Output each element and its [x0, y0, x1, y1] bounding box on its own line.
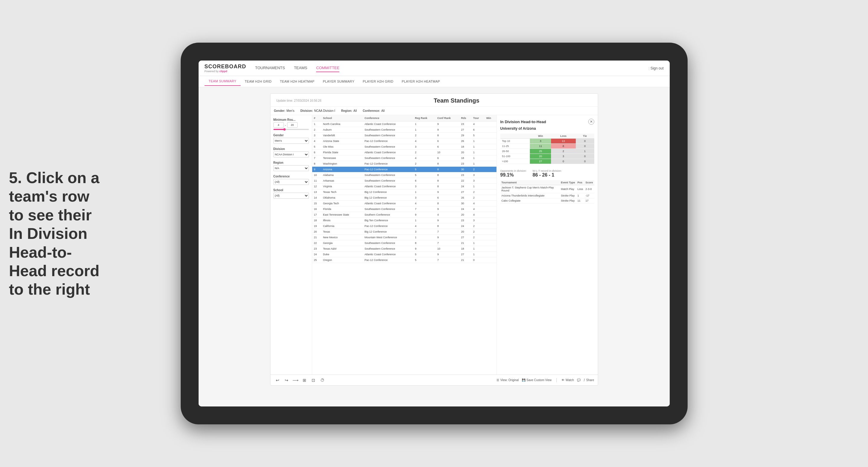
cell-rank: 11 [312, 178, 321, 184]
cell-conf-rank: 10 [435, 246, 459, 252]
table-row[interactable]: 14 Oklahoma Big 12 Conference 3 6 26 2 [312, 195, 496, 201]
cell-reg-rank: 5 [413, 252, 436, 257]
table-row[interactable]: 5 Ole Miss Southeastern Conference 3 6 1… [312, 144, 496, 150]
redo-button[interactable]: ↪ [283, 377, 290, 384]
slider-thumb[interactable] [283, 128, 286, 131]
nav-committee[interactable]: COMMITTEE [316, 64, 339, 72]
col-conf-rank: Conf Rank [435, 115, 459, 121]
cell-reg-rank: 2 [413, 133, 436, 138]
panel-body: Minimum Rou... - [271, 115, 598, 375]
cell-win [485, 155, 496, 161]
table-row[interactable]: 18 Illinois Big Ten Conference 1 9 23 3 [312, 218, 496, 223]
subnav-player-h2h-grid[interactable]: PLAYER H2H GRID [359, 77, 398, 86]
subnav-team-summary[interactable]: TEAM SUMMARY [205, 77, 241, 86]
cell-reg-rank: 1 [413, 121, 436, 127]
h2h-grid-body: Top 10 3 13 0 11-25 11 8 0 26-50 25 2 1 … [500, 139, 594, 164]
cell-conference: Mountain West Conference [363, 235, 413, 240]
cell-reg-rank: 5 [413, 167, 436, 173]
cell-rank: 12 [312, 184, 321, 189]
tournament-col-name: Tournament [500, 180, 560, 185]
table-row[interactable]: 13 Texas Tech Big 12 Conference 1 9 27 2 [312, 189, 496, 195]
cell-conference: Southeastern Conference [363, 173, 413, 178]
filter-gender: Gender: Men's [274, 109, 294, 113]
table-row[interactable]: 11 Arkansas Southeastern Conference 6 8 … [312, 178, 496, 184]
watch-button[interactable]: 👁 Watch [561, 378, 574, 382]
cell-rds: 29 [459, 133, 471, 138]
cell-win [485, 235, 496, 240]
sign-out-button[interactable]: Sign out [649, 66, 664, 70]
rounds-slider[interactable] [273, 129, 309, 130]
table-row[interactable]: 20 Texas Big 12 Conference 3 7 20 2 [312, 229, 496, 235]
filter-division: Division: NCAA Division I [300, 109, 335, 113]
cell-tour: 0 [471, 257, 485, 263]
view-original-button[interactable]: ☰ View: Original [496, 378, 519, 382]
clock-button[interactable]: ⏱ [319, 377, 326, 384]
cell-conf-rank: 6 [435, 155, 459, 161]
table-row[interactable]: 9 Arizona Pac-12 Conference 5 8 30 2 [312, 167, 496, 173]
cell-school: Illinois [321, 218, 363, 223]
share-icon: ⤴ [584, 378, 585, 382]
cell-conf-rank: 8 [435, 184, 459, 189]
subnav-player-summary[interactable]: PLAYER SUMMARY [319, 77, 359, 86]
cell-tour: 2 [471, 167, 485, 173]
table-row[interactable]: 7 Tennessee Southeastern Conference 4 6 … [312, 155, 496, 161]
h2h-team-name: University of Arizona [500, 126, 594, 131]
table-row[interactable]: 17 East Tennessee State Southern Confere… [312, 212, 496, 218]
min-rounds-input[interactable] [273, 122, 284, 128]
max-rounds-input[interactable] [287, 122, 298, 128]
table-row[interactable]: 16 Florida Southeastern Conference 7 9 2… [312, 206, 496, 212]
undo-button[interactable]: ↩ [274, 377, 281, 384]
save-custom-view-button[interactable]: 💾 Save Custom View [522, 378, 552, 382]
table-row[interactable]: 2 Auburn Southeastern Conference 1 9 27 … [312, 127, 496, 133]
table-row[interactable]: 6 Florida State Atlantic Coast Conferenc… [312, 150, 496, 155]
table-row[interactable]: 25 Oregon Pac-12 Conference 5 7 21 0 [312, 257, 496, 263]
h2h-row: 11-25 11 8 0 [500, 144, 594, 149]
cell-school: Arkansas [321, 178, 363, 184]
cell-reg-rank: 1 [413, 127, 436, 133]
tournament-pos: 11 [576, 198, 584, 204]
region-select[interactable]: N/A All [273, 165, 309, 171]
table-row[interactable]: 21 New Mexico Mountain West Conference 1… [312, 235, 496, 240]
nav-tournaments[interactable]: TOURNAMENTS [255, 64, 285, 72]
tournament-type: Stroke Play [560, 193, 576, 198]
comment-button[interactable]: 💬 [577, 378, 581, 382]
table-row[interactable]: 15 Georgia Tech Atlantic Coast Conferenc… [312, 201, 496, 206]
table-row[interactable]: 10 Alabama Southeastern Conference 5 8 2… [312, 173, 496, 178]
table-row[interactable]: 24 Duke Atlantic Coast Conference 5 9 27… [312, 252, 496, 257]
subnav-team-h2h-grid[interactable]: TEAM H2H GRID [241, 77, 276, 86]
table-row[interactable]: 1 North Carolina Atlantic Coast Conferen… [312, 121, 496, 127]
gender-select[interactable]: Men's Women's [273, 138, 309, 144]
division-select[interactable]: NCAA Division I NCAA Division II [273, 152, 309, 157]
subnav-player-h2h-heatmap[interactable]: PLAYER H2H HEATMAP [398, 77, 444, 86]
table-row[interactable]: 23 Texas A&M Southeastern Conference 9 1… [312, 246, 496, 252]
toolbar-right: ☰ View: Original 💾 Save Custom View 👁 Wa… [496, 378, 594, 382]
nav-teams[interactable]: TEAMS [294, 64, 307, 72]
cell-conference: Pac-12 Conference [363, 138, 413, 144]
cell-conference: Pac-12 Conference [363, 161, 413, 167]
table-row[interactable]: 12 Virginia Atlantic Coast Conference 3 … [312, 184, 496, 189]
table-row[interactable]: 3 Vanderbilt Southeastern Conference 2 8… [312, 133, 496, 138]
paste-button[interactable]: ⊡ [310, 377, 317, 384]
cell-win [485, 150, 496, 155]
cell-rank: 25 [312, 257, 321, 263]
tournament-table: Tournament Event Type Pos Score Jackson … [500, 180, 594, 204]
conference-select[interactable]: (All) [273, 179, 309, 185]
forward-button[interactable]: ⟶ [292, 377, 299, 384]
cell-school: Duke [321, 252, 363, 257]
table-row[interactable]: 4 Arizona State Pac-12 Conference 4 6 26… [312, 138, 496, 144]
table-row[interactable]: 8 Washington Pac-12 Conference 2 8 23 1 [312, 161, 496, 167]
cell-conf-rank: 7 [435, 229, 459, 235]
copy-button[interactable]: ⊞ [301, 377, 308, 384]
share-button[interactable]: ⤴ Share [584, 378, 594, 382]
cell-rank: 17 [312, 212, 321, 218]
school-select[interactable]: (All) [273, 193, 309, 198]
cell-school: North Carolina [321, 121, 363, 127]
eye-icon: 👁 [561, 378, 564, 382]
h2h-close-button[interactable]: ✕ [588, 119, 594, 125]
cell-reg-rank: 1 [413, 235, 436, 240]
panel-header: Update time: 27/03/2024 16:56:26 Team St… [271, 94, 598, 107]
table-row[interactable]: 19 California Pac-12 Conference 4 8 24 2 [312, 223, 496, 229]
logo-powered: Powered by clippd [205, 70, 246, 73]
subnav-team-h2h-heatmap[interactable]: TEAM H2H HEATMAP [276, 77, 319, 86]
table-row[interactable]: 22 Georgia Southeastern Conference 8 7 2… [312, 240, 496, 246]
